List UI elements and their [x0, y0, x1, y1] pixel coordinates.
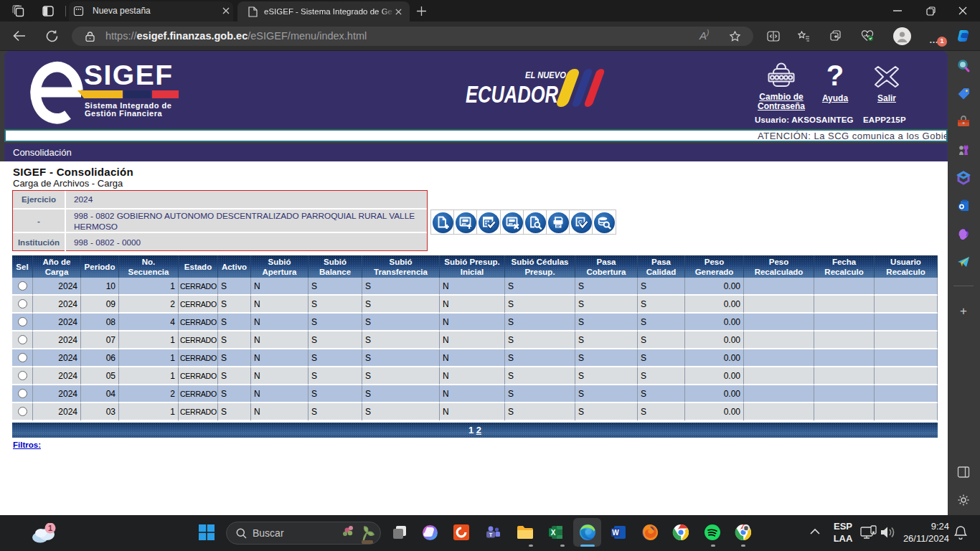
svg-text:SIGEF: SIGEF: [84, 60, 174, 90]
svg-text:1: 1: [48, 524, 52, 532]
svg-text:W: W: [612, 529, 619, 537]
svg-text:T: T: [489, 532, 493, 538]
svg-text:X: X: [551, 529, 556, 537]
svg-text:ECUADOR: ECUADOR: [466, 81, 558, 108]
svg-text:Gestión Financiera: Gestión Financiera: [85, 109, 162, 118]
svg-text:EL NUEVO: EL NUEVO: [525, 70, 566, 80]
